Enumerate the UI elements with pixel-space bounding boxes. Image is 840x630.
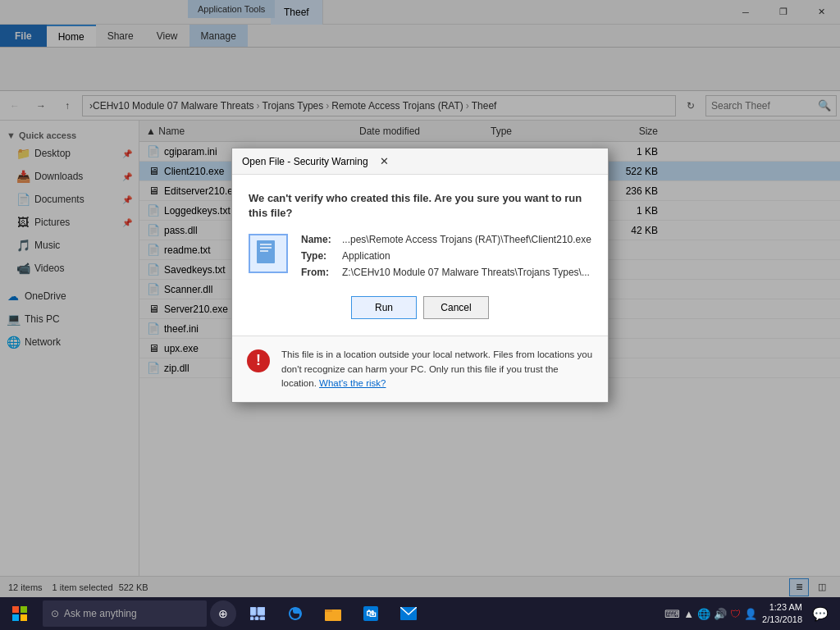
from-label: From: xyxy=(301,267,342,278)
search-placeholder: Ask me anything xyxy=(64,608,137,619)
dialog-warning-heading: We can't verify who created this file. A… xyxy=(249,191,591,221)
notification-button[interactable]: 💬 xyxy=(807,597,833,630)
warning-shield-icon: ! xyxy=(245,348,272,374)
from-value: Z:\CEHv10 Module 07 Malware Threats\Troj… xyxy=(342,267,591,278)
tray-icons: ⌨ ▲ 🌐 🔊 🛡 👤 xyxy=(664,608,757,620)
dialog-overlay: Open File - Security Warning ✕ We can't … xyxy=(0,0,840,630)
svg-rect-3 xyxy=(260,250,268,252)
dialog-close-button[interactable]: ✕ xyxy=(375,152,395,171)
type-label: Type: xyxy=(301,250,342,262)
file-explorer-button[interactable] xyxy=(315,597,351,630)
edge-icon xyxy=(287,605,304,622)
svg-text:!: ! xyxy=(256,352,261,368)
name-label: Name: xyxy=(301,234,342,245)
antivirus-icon[interactable]: 🛡 xyxy=(730,608,741,620)
dialog-file-icon xyxy=(249,234,288,273)
dialog-fields: Name: ...pes\Remote Access Trojans (RAT)… xyxy=(301,234,591,283)
svg-rect-7 xyxy=(21,606,27,613)
network-tray-icon[interactable]: 🌐 xyxy=(697,608,710,620)
cortana-icon: ⊕ xyxy=(218,607,228,620)
cancel-button[interactable]: Cancel xyxy=(423,296,489,319)
file-svg xyxy=(257,240,280,267)
svg-text:🛍: 🛍 xyxy=(366,608,377,619)
store-icon: 🛍 xyxy=(363,606,378,621)
svg-rect-11 xyxy=(258,607,265,615)
taskbar-tray: ⌨ ▲ 🌐 🔊 🛡 👤 1:23 AM 2/13/2018 💬 xyxy=(664,597,840,630)
dialog-field-name: Name: ...pes\Remote Access Trojans (RAT)… xyxy=(301,234,591,245)
taskbar-pinned-icons: 🛍 xyxy=(240,597,427,630)
warning-text: This file is in a location outside your … xyxy=(281,348,595,390)
keyboard-icon[interactable]: ⌨ xyxy=(664,608,680,620)
dialog-field-type: Type: Application xyxy=(301,250,591,262)
taskbar-search[interactable]: ⊙ Ask me anything xyxy=(43,600,207,627)
task-view-icon xyxy=(250,607,265,620)
dialog-title: Open File - Security Warning xyxy=(242,156,368,167)
file-explorer-icon xyxy=(325,606,341,621)
store-button[interactable]: 🛍 xyxy=(353,597,389,630)
people-icon[interactable]: 👤 xyxy=(744,608,757,620)
up-arrow-icon[interactable]: ▲ xyxy=(683,608,694,620)
windows-icon xyxy=(12,606,27,621)
dialog-warning-box: ! This file is in a location outside you… xyxy=(232,336,608,402)
dialog-field-from: From: Z:\CEHv10 Module 07 Malware Threat… xyxy=(301,267,591,278)
start-button[interactable] xyxy=(0,597,39,630)
svg-rect-6 xyxy=(12,606,19,613)
date-display: 2/13/2018 xyxy=(762,614,802,626)
svg-rect-10 xyxy=(250,607,256,615)
taskbar: ⊙ Ask me anything ⊕ xyxy=(0,597,840,630)
svg-rect-14 xyxy=(260,617,265,620)
dialog-buttons: Run Cancel xyxy=(249,296,591,319)
svg-rect-1 xyxy=(260,244,272,245)
name-value: ...pes\Remote Access Trojans (RAT)\Theef… xyxy=(342,234,591,245)
time-display: 1:23 AM xyxy=(762,601,802,614)
clock[interactable]: 1:23 AM 2/13/2018 xyxy=(762,601,802,627)
mail-button[interactable] xyxy=(390,597,427,630)
task-view-button[interactable] xyxy=(240,597,276,630)
dialog-titlebar: Open File - Security Warning ✕ xyxy=(232,148,608,175)
cortana-button[interactable]: ⊕ xyxy=(210,600,236,627)
dialog-body: We can't verify who created this file. A… xyxy=(232,175,608,332)
svg-rect-2 xyxy=(260,247,272,249)
svg-rect-9 xyxy=(21,614,27,621)
risk-link[interactable]: What's the risk? xyxy=(319,378,386,388)
volume-icon[interactable]: 🔊 xyxy=(714,608,727,620)
svg-rect-13 xyxy=(255,617,258,620)
svg-rect-16 xyxy=(325,609,332,612)
svg-rect-8 xyxy=(12,614,19,621)
mail-icon xyxy=(400,607,417,620)
dialog-file-info: Name: ...pes\Remote Access Trojans (RAT)… xyxy=(249,234,591,283)
run-button[interactable]: Run xyxy=(351,296,417,319)
security-warning-dialog: Open File - Security Warning ✕ We can't … xyxy=(231,148,609,403)
search-circle-icon: ⊙ xyxy=(51,608,59,619)
notification-icon: 💬 xyxy=(812,606,829,622)
edge-button[interactable] xyxy=(277,597,313,630)
svg-rect-12 xyxy=(250,617,253,620)
type-value: Application xyxy=(342,250,591,262)
